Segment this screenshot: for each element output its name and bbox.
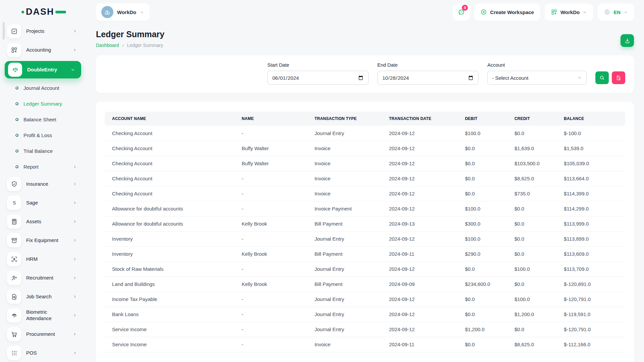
cell-transaction-type: Invoice	[307, 186, 382, 201]
messages-button[interactable]: 0	[453, 4, 470, 20]
table-row: InventoryKelly BrookBill Payment2024-09-…	[105, 246, 625, 261]
sidebar-subitem-ledger-summary[interactable]: Ledger Summary	[0, 96, 86, 112]
shield-check-icon	[7, 177, 21, 191]
cell-debit: $0.0	[458, 141, 507, 156]
sidebar-subitem-journal-account[interactable]: Journal Account	[0, 80, 86, 96]
cell-debit: $0.0	[458, 261, 507, 277]
sidebar-item-assets[interactable]: Assets	[0, 212, 86, 231]
sidebar-item-pos[interactable]: POS	[0, 344, 86, 362]
cell-balance: $113,664.0	[556, 171, 625, 186]
file-off-icon	[615, 75, 622, 81]
breadcrumb-current: Ledger Summary	[127, 43, 163, 48]
cell-transaction-date: 2024-09-11	[382, 337, 458, 352]
chevron-right-icon	[72, 238, 77, 243]
letter-s-icon: S	[7, 196, 21, 210]
cell-debit: $100.0	[458, 231, 507, 246]
create-workspace-button[interactable]: Create Workspace	[474, 4, 540, 20]
logo-accent-dot	[21, 11, 24, 13]
cell-name: -	[234, 171, 307, 186]
table-row: Checking AccountBuffy WalterInvoice2024-…	[105, 141, 625, 156]
cell-credit: $0.0	[507, 201, 556, 216]
sidebar-item-projects[interactable]: Projects	[0, 22, 86, 41]
account-select[interactable]: - Select Account	[487, 71, 587, 85]
cell-debit: $100.0	[458, 201, 507, 216]
reset-filter-button[interactable]	[612, 71, 625, 84]
workspace-selector[interactable]: WorkDo	[96, 3, 150, 21]
cell-credit: $1,639.0	[507, 141, 556, 156]
chevron-down-icon	[577, 75, 582, 80]
sidebar-item-job-search[interactable]: Job Search	[0, 287, 86, 306]
table-row: Service Income-Journal Entry2024-09-12$1…	[105, 322, 625, 337]
cell-name: Buffy Walter	[234, 141, 307, 156]
cell-account-name: Service Income	[105, 337, 234, 352]
app-switcher-dropdown[interactable]: WorkDo	[545, 4, 593, 20]
table-row: Allowance for doubtful accounts-Invoice …	[105, 201, 625, 216]
sidebar-item-label: Sage	[26, 200, 38, 206]
cell-name: -	[234, 322, 307, 337]
chevron-down-icon	[70, 67, 75, 72]
sidebar-item-recruitment[interactable]: Recruitment	[0, 268, 86, 287]
cell-transaction-date: 2024-09-12	[382, 156, 458, 171]
chevron-right-icon	[72, 219, 77, 224]
cell-debit: $0.0	[458, 171, 507, 186]
sidebar-scrollbar[interactable]	[3, 22, 5, 40]
page-header: Ledger Summary Dashboard › Ledger Summar…	[96, 29, 634, 48]
cell-account-name: Checking Account	[105, 156, 234, 171]
cell-name: -	[234, 126, 307, 141]
cell-transaction-type: Journal Entry	[307, 231, 382, 246]
app-root: DASH Projects Accounting DoubleEntry Jou…	[0, 0, 644, 362]
cell-transaction-type: Invoice	[307, 141, 382, 156]
download-icon	[624, 38, 631, 44]
app-switcher-label: WorkDo	[560, 9, 580, 15]
cell-debit: $290.0	[458, 246, 507, 261]
sidebar-subitem-profit-loss[interactable]: Profit & Loss	[0, 127, 86, 143]
sidebar-item-sage[interactable]: S Sage	[0, 193, 86, 212]
cell-debit: $100.0	[458, 126, 507, 141]
app-logo[interactable]: DASH	[0, 0, 86, 22]
language-dropdown[interactable]: EN	[598, 4, 634, 20]
sidebar-subitem-label: Profit & Loss	[23, 132, 52, 138]
cell-name: Buffy Walter	[234, 156, 307, 171]
sidebar-item-insurance[interactable]: Insurance	[0, 175, 86, 193]
breadcrumb-dashboard-link[interactable]: Dashboard	[96, 43, 119, 48]
chevron-right-icon	[72, 182, 77, 186]
sidebar-item-procurement[interactable]: Procurement	[0, 325, 86, 344]
apply-filter-button[interactable]	[595, 71, 609, 84]
table-row: Bank Loans-Journal Entry2024-09-12$0.0$1…	[105, 307, 625, 322]
cell-debit: $234,600.0	[458, 277, 507, 292]
sidebar-subitem-report[interactable]: Report	[0, 159, 86, 175]
cell-account-name: Income Tax Payable	[105, 292, 234, 307]
sidebar-subitem-trial-balance[interactable]: Trial Balance	[0, 143, 86, 159]
sidebar-item-fix-equipment[interactable]: Fix Equipment	[0, 231, 86, 250]
person-plus-icon	[7, 271, 21, 285]
cell-balance: $113,709.0	[556, 261, 625, 277]
cell-transaction-type: Bill Payment	[307, 277, 382, 292]
breadcrumb: Dashboard › Ledger Summary	[96, 43, 164, 48]
sidebar-item-accounting[interactable]: Accounting	[0, 41, 86, 59]
sidebar-subitem-balance-sheet[interactable]: Balance Sheet	[0, 112, 86, 127]
sidebar-item-biometric-attendance[interactable]: Biometric Attendance	[0, 306, 86, 325]
cell-credit: $8,625.0	[507, 171, 556, 186]
sidebar-item-hrm[interactable]: HRM	[0, 250, 86, 268]
scale-icon	[8, 63, 22, 77]
cell-balance: $114,299.0	[556, 201, 625, 216]
table-row: Checking Account-Invoice2024-09-12$0.0$8…	[105, 171, 625, 186]
sidebar-item-doubleentry[interactable]: DoubleEntry	[5, 61, 81, 78]
ledger-table: ACCOUNT NAMENAMETRANSACTION TYPETRANSACT…	[105, 112, 625, 352]
cell-balance: $-100.0	[556, 126, 625, 141]
cell-account-name: Checking Account	[105, 126, 234, 141]
topbar: WorkDo 0 Create Workspace WorkDo EN	[86, 0, 644, 24]
end-date-input[interactable]	[377, 71, 479, 85]
workspace-name: WorkDo	[117, 9, 136, 15]
bullet-icon	[15, 133, 19, 137]
cell-account-name: Inventory	[105, 246, 234, 261]
cell-name: -	[234, 292, 307, 307]
cell-transaction-type: Invoice	[307, 337, 382, 352]
cell-credit: $100.0	[507, 292, 556, 307]
cell-credit: $0.0	[507, 216, 556, 231]
cell-balance: $113,609.0	[556, 246, 625, 261]
start-date-input[interactable]	[267, 71, 369, 85]
cell-account-name: Allowance for doubtful accounts	[105, 216, 234, 231]
chevron-right-icon	[72, 294, 77, 299]
export-button[interactable]	[621, 34, 634, 47]
